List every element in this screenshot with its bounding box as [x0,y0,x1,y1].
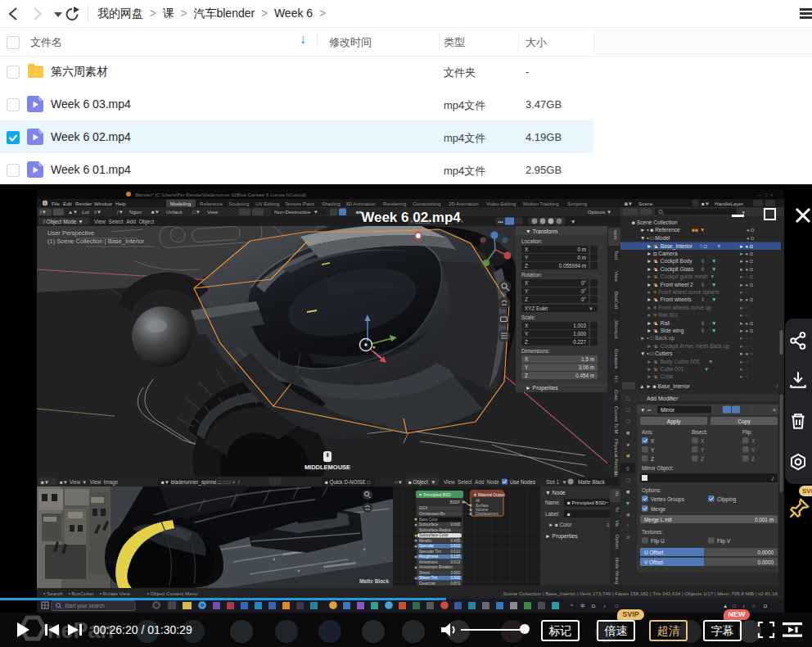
svg-text:► ▲ Cube: ► ▲ Cube [647,373,674,379]
svg-text:Roughness: Roughness [419,554,439,559]
svg-text:Z: Z [651,456,654,462]
svg-text:Rendering: Rendering [383,201,407,206]
svg-text:■: ■ [567,511,571,517]
svg-text:Specular Tint: Specular Tint [419,550,442,554]
svg-text:Option: Option [615,535,620,549]
svg-text:0°: 0° [581,280,587,286]
svg-text:▼: ▼ [711,296,717,302]
svg-text:Flip V: Flip V [717,538,731,545]
svg-text:GGX: GGX [419,506,427,510]
svg-text:■■ ▼: ■■ ▼ [692,227,705,233]
svg-text:Use Nodes: Use Nodes [510,479,535,485]
svg-text:▼: ▼ [652,266,658,272]
svg-text:3.06 m: 3.06 m [579,364,594,370]
svg-text:XYZ Euler: XYZ Euler [525,305,548,311]
svg-text:0.013: 0.013 [451,550,461,554]
svg-text:▼: ▼ [652,258,658,264]
svg-text:▼ Node: ▼ Node [545,490,566,495]
svg-text:▼ Material Output: ▼ Material Output [473,493,506,497]
svg-text:Texture Paint: Texture Paint [285,201,314,206]
svg-text:▼: ▼ [652,243,658,249]
svg-text:Displacement: Displacement [476,512,499,516]
svg-text:Dimensions:: Dimensions: [521,348,550,354]
svg-text:▼: ▼ [708,359,714,364]
svg-text:0 m: 0 m [578,255,587,260]
svg-text:■▼ View ▼ View Image: ■▼ View ▼ View Image [60,479,119,486]
svg-text:0.000: 0.000 [451,571,461,575]
svg-text:● ◘: ● ◘ [747,236,754,241]
svg-text:Base Color: Base Color [419,518,438,522]
svg-text:Add Modifier: Add Modifier [647,396,679,401]
svg-text:► ○: ► ○ [739,290,749,295]
svg-text:■▼ bladerunner_spinne...: ■▼ bladerunner_spinne... [161,479,221,486]
svg-text:0.013: 0.013 [451,560,461,564]
svg-text:Window: Window [94,201,113,206]
svg-text:Scripting: Scripting [567,201,588,206]
svg-text:► ▲ Rail: ► ▲ Rail [647,320,670,326]
svg-text:► ○: ► ○ [739,313,749,318]
svg-text:*: * [627,523,629,529]
svg-text:0.055994 m: 0.055994 m [559,263,586,269]
svg-text:0.000: 0.000 [451,523,461,527]
svg-text:Clipping: Clipping [717,496,737,503]
svg-text:▼ Principled BSD: ▼ Principled BSD [418,492,451,497]
svg-text:► ○ ○: ► ○ ○ [739,336,753,341]
svg-text:► ▪ ■ Reference: ► ▪ ■ Reference [640,227,680,233]
svg-text:▼: ▼ [625,500,631,506]
svg-text:Merge L mit: Merge L mit [644,517,672,523]
svg-text:Clearcoat: Clearcoat [419,581,435,586]
svg-text:► ▲ Cockpit Arrive mesh Back u: ► ▲ Cockpit Arrive mesh Back up [647,343,729,350]
svg-text:▼: ▼ [710,274,715,279]
svg-text:Matte Black: Matte Black [359,578,390,584]
svg-text:X: X [701,438,705,444]
svg-text:► ○: ► ○ [739,305,749,310]
svg-text:/: / [772,476,774,482]
svg-text:0.137: 0.137 [451,554,461,559]
svg-text:Subsurface: Subsurface [419,523,439,527]
svg-text:Render: Render [75,201,92,206]
svg-text:► ○: ► ○ [739,360,749,364]
svg-text:Sculpting: Sculpting [228,201,250,206]
svg-text:Modeling: Modeling [170,201,192,206]
svg-text:0 m: 0 m [578,247,587,252]
svg-text:▼: ▼ [640,407,646,413]
svg-text:Mirror: Mirror [661,407,675,413]
svg-text:Subsurface Radius: Subsurface Radius [419,528,452,532]
svg-text:1.5 m: 1.5 m [581,356,594,362]
svg-text:Scale:: Scale: [521,314,536,320]
svg-text:► ● ◘: ► ● ◘ [739,321,753,326]
svg-text:▪ Search ▪ BoxCutter ▪ R: ▪ Search ▪ BoxCutter ▪ Rotate View ▪ Obj… [43,590,198,596]
svg-text:Vie: Vie [615,520,620,527]
svg-text:●: ● [626,441,629,447]
svg-text:Cras: Cras [614,390,619,400]
svg-text:Help: Help [115,201,126,206]
svg-text:Y: Y [651,447,655,453]
svg-text:中: 中 [580,603,585,609]
svg-text:Vertex Groups: Vertex Groups [651,496,684,503]
svg-text:Z: Z [525,296,528,302]
svg-text:Slot 1 ▼: Slot 1 ▼ [546,479,567,485]
svg-text:0.455: 0.455 [451,539,461,543]
svg-text:1.003: 1.003 [573,323,586,328]
svg-text:0.227: 0.227 [573,339,586,345]
svg-text:Options:: Options: [642,487,661,494]
svg-text:BSDF: BSDF [450,500,460,504]
svg-text:□: □ [733,603,736,609]
svg-text:Label:: Label: [545,511,559,517]
svg-text:Scene Collection | Base_Interi: Scene Collection | Base_Interior | Verts… [503,590,778,596]
svg-text:▲ ► ■ Base_Interior: ▲ ► ■ Base_Interior [639,383,691,390]
svg-text:Compositing: Compositing [413,201,441,206]
svg-text:Location:: Location: [521,238,543,244]
svg-text:Curves To M: Curves To M [614,406,619,434]
svg-text:○: ○ [752,603,756,609]
svg-text:Surface: Surface [476,504,489,508]
svg-text:Y: Y [701,447,705,453]
svg-text:► ○ Rail.001: ► ○ Rail.001 [647,312,679,318]
svg-text:BoxCutt: BoxCutt [614,292,619,310]
svg-text:► ▪ □ Back up: ► ▪ □ Back up [640,335,675,342]
svg-text:▼: ▼ [652,359,658,364]
svg-text:View: View [614,271,619,283]
svg-text:♪: ♪ [742,603,745,609]
svg-text:■ Quick D-NOISE □: ■ Quick D-NOISE □ [325,479,370,486]
svg-text:MIDDLEMOUSE: MIDDLEMOUSE [304,464,350,471]
